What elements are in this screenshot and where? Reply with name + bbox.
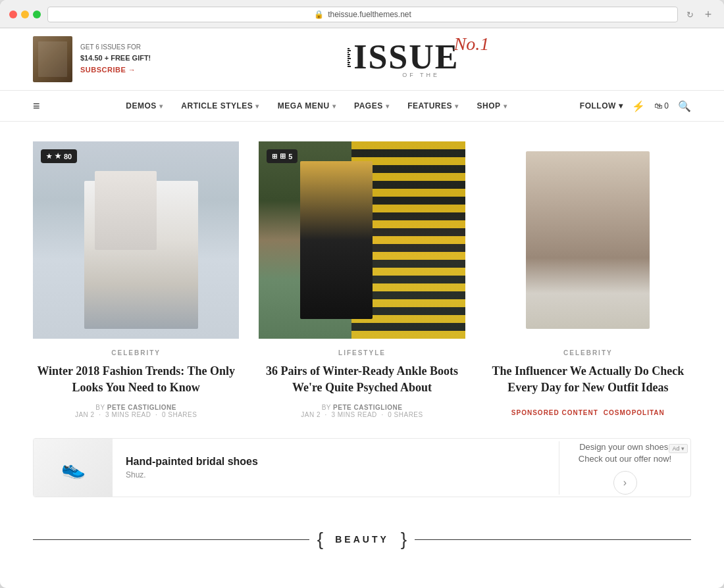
article-category: CELEBRITY: [33, 349, 239, 356]
nav-item-article-styles[interactable]: ARTICLE STYLES ▾: [172, 90, 269, 122]
page-content: GET 6 ISSUES FOR $14.50 + FREE GIFT! SUB…: [0, 28, 724, 588]
cart-bag-icon: 🛍: [654, 101, 662, 110]
photo-icon: ⊞: [280, 152, 286, 160]
search-icon[interactable]: 🔍: [678, 100, 691, 112]
nav-label-demos: DEMOS: [126, 101, 157, 110]
article-author: PETE CASTIGLIONE: [107, 404, 176, 411]
article-image-influencer[interactable]: [485, 141, 691, 339]
article-card: ★ 80 CELEBRITY Winter 2018 Fashion Trend…: [33, 141, 239, 418]
ad-title: Hand-painted bridal shoes: [126, 456, 546, 468]
browser-window: 🔒 theissue.fuelthemes.net ↻ + GET 6 ISSU…: [0, 0, 724, 588]
logo-script: No.1: [453, 34, 489, 55]
article-shares: 0 SHARES: [162, 411, 197, 418]
boots-image: [259, 141, 465, 339]
traffic-lights: [9, 11, 41, 18]
subscribe-link[interactable]: SUBSCRIBE →: [80, 66, 136, 74]
chevron-down-icon: ▾: [504, 103, 507, 110]
chevron-down-icon: ▾: [332, 103, 336, 110]
price-text: $14.50 + FREE GIFT!: [80, 53, 151, 64]
article-card: CELEBRITY The Influencer We Actually Do …: [485, 141, 691, 418]
nav-item-features[interactable]: FEATURES ▾: [398, 90, 467, 122]
logo-container: ISSUE No.1: [348, 40, 494, 74]
star-icon: ★: [55, 152, 61, 160]
lightning-icon[interactable]: ⚡: [632, 100, 645, 112]
article-shares: 0 SHARES: [388, 411, 423, 418]
chevron-down-icon: ▾: [619, 101, 623, 110]
promo-text: GET 6 ISSUES FOR: [80, 42, 151, 53]
nav-label-article-styles: ARTICLE STYLES: [181, 101, 253, 110]
article-card: ⊞ 5 LIFESTYLE 36 Pairs of Winter-Ready A…: [259, 141, 465, 418]
ad-cta-text: Design your own shoes. Check out our off…: [573, 441, 677, 465]
rating-badge: ★ 80: [41, 149, 77, 163]
influencer-image: [485, 141, 691, 339]
follow-label: FOLLOW: [580, 101, 616, 110]
beauty-line-right: [415, 539, 691, 540]
cart-icon[interactable]: 🛍 0: [654, 101, 669, 110]
address-bar[interactable]: 🔒 theissue.fuelthemes.net: [47, 7, 678, 22]
cosmopolitan-tag: COSMOPOLITAN: [604, 409, 665, 416]
follow-button[interactable]: FOLLOW ▾: [580, 101, 623, 110]
subscribe-block: GET 6 ISSUES FOR $14.50 + FREE GIFT! SUB…: [33, 36, 151, 82]
article-image-fashion[interactable]: ★ 80: [33, 141, 239, 339]
article-title[interactable]: 36 Pairs of Winter-Ready Ankle Boots We'…: [259, 363, 465, 396]
article-image-boots[interactable]: ⊞ 5: [259, 141, 465, 339]
top-bar: GET 6 ISSUES FOR $14.50 + FREE GIFT! SUB…: [0, 28, 724, 90]
nav-label-shop: SHOP: [477, 101, 501, 110]
close-button[interactable]: [9, 11, 17, 18]
ad-brand: Shuz.: [126, 470, 546, 479]
article-meta: BY PETE CASTIGLIONE JAN 2 · 3 MINS READ …: [33, 404, 239, 418]
ad-badge: Ad ▾: [669, 444, 688, 453]
articles-grid: ★ 80 CELEBRITY Winter 2018 Fashion Trend…: [33, 141, 691, 418]
nav-label-features: FEATURES: [407, 101, 452, 110]
ad-cta-button[interactable]: ›: [613, 471, 637, 495]
badge-value: 80: [64, 153, 72, 160]
ad-content: Hand-painted bridal shoes Shuz.: [113, 456, 559, 479]
nav-right: FOLLOW ▾ ⚡ 🛍 0 🔍: [580, 100, 691, 112]
minimize-button[interactable]: [21, 11, 29, 18]
logo-barcode: [348, 48, 351, 67]
logo-text: ISSUE: [353, 40, 459, 74]
beauty-label: BEAUTY: [328, 534, 396, 545]
badge-value: 5: [288, 153, 292, 160]
fashion-image: [33, 141, 239, 339]
nav-label-mega-menu: MEGA MENU: [278, 101, 330, 110]
article-category: LIFESTYLE: [259, 349, 465, 356]
articles-section: ★ 80 CELEBRITY Winter 2018 Fashion Trend…: [0, 122, 724, 431]
ad-image: 👟: [34, 438, 113, 497]
nav-item-shop[interactable]: SHOP ▾: [468, 90, 517, 122]
nav-item-mega-menu[interactable]: MEGA MENU ▾: [269, 90, 345, 122]
article-meta: BY PETE CASTIGLIONE JAN 2 · 3 MINS READ …: [259, 404, 465, 418]
lock-icon: 🔒: [314, 10, 324, 19]
beauty-line-left: [33, 539, 309, 540]
url-text: theissue.fuelthemes.net: [328, 10, 411, 19]
article-date: JAN 2: [75, 411, 95, 418]
nav-links: DEMOS ▾ ARTICLE STYLES ▾ MEGA MENU ▾ PAG…: [53, 90, 580, 122]
nav-label-pages: PAGES: [354, 101, 383, 110]
hamburger-menu[interactable]: ≡: [33, 99, 40, 113]
sponsored-tag: SPONSORED CONTENT: [511, 409, 598, 416]
site-logo: ISSUE No.1 OF THE: [151, 40, 691, 78]
article-title[interactable]: The Influencer We Actually Do Check Ever…: [485, 363, 691, 396]
chevron-down-icon: ▾: [386, 103, 390, 110]
chevron-down-icon: ▾: [159, 103, 163, 110]
article-read-time: 3 MINS READ: [105, 411, 151, 418]
article-category: CELEBRITY: [485, 349, 691, 356]
article-title[interactable]: Winter 2018 Fashion Trends: The Only Loo…: [33, 363, 239, 396]
right-brace: }: [401, 530, 407, 549]
reload-button[interactable]: ↻: [685, 9, 695, 20]
ad-banner: 👟 Hand-painted bridal shoes Shuz. Ad ▾ D…: [33, 438, 691, 497]
maximize-button[interactable]: [33, 11, 41, 18]
nav-item-demos[interactable]: DEMOS ▾: [116, 90, 172, 122]
article-tags: SPONSORED CONTENT COSMOPOLITAN: [485, 409, 691, 416]
ad-cta-area: Ad ▾ Design your own shoes. Check out ou…: [559, 441, 690, 494]
beauty-section: { BEAUTY }: [0, 517, 724, 562]
chevron-down-icon: ▾: [255, 103, 259, 110]
subscribe-text: GET 6 ISSUES FOR $14.50 + FREE GIFT! SUB…: [80, 42, 151, 76]
article-date: JAN 2: [301, 411, 321, 418]
nav-item-pages[interactable]: PAGES ▾: [345, 90, 398, 122]
photo-badge: ⊞ 5: [267, 149, 297, 163]
new-tab-button[interactable]: +: [702, 8, 715, 21]
left-brace: {: [317, 530, 323, 549]
browser-chrome: 🔒 theissue.fuelthemes.net ↻ +: [0, 0, 724, 28]
article-author: PETE CASTIGLIONE: [333, 404, 402, 411]
